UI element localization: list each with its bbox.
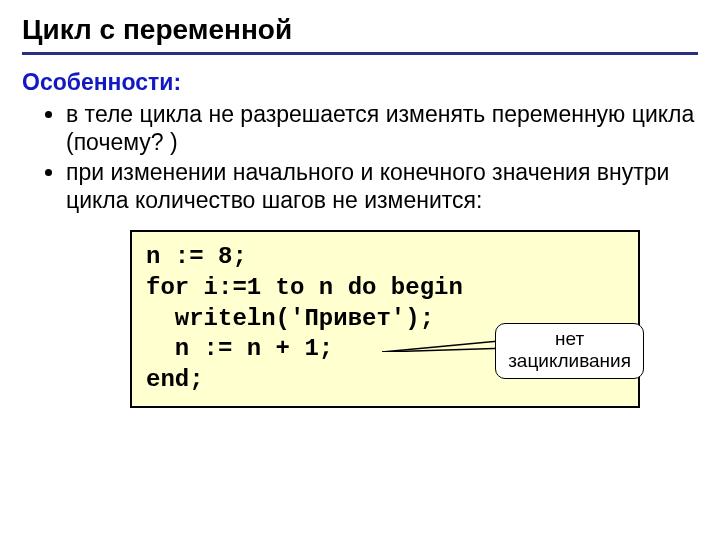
title-underline [22,52,698,55]
code-example: n := 8; for i:=1 to n do begin writeln('… [130,230,640,408]
callout-bubble: нет зацикливания [495,323,644,379]
list-item: при изменении начального и конечного зна… [66,158,698,214]
callout-pointer [382,338,510,352]
feature-list: в теле цикла не разрешается изменять пер… [22,100,698,214]
callout-line: зацикливания [508,350,631,372]
list-item: в теле цикла не разрешается изменять пер… [66,100,698,156]
callout-line: нет [508,328,631,350]
code-block: n := 8; for i:=1 to n do begin writeln('… [130,230,640,408]
section-heading: Особенности: [22,69,698,96]
page-title: Цикл с переменной [22,14,698,46]
